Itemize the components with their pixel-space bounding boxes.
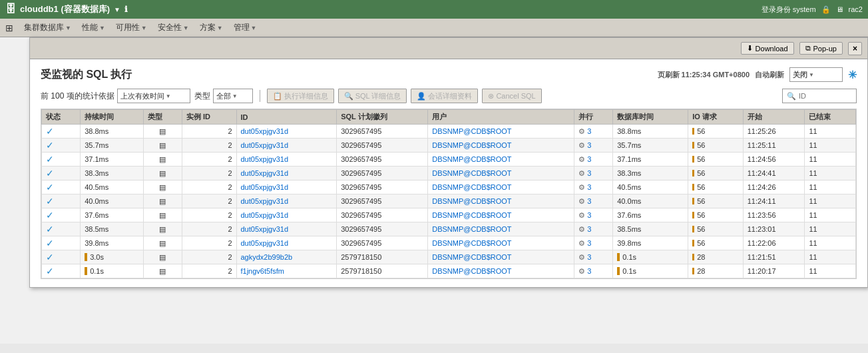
cell-status: ✓ [42,222,81,236]
sql-detail-button[interactable]: 🔍 SQL 详细信息 [338,89,407,103]
section-header: 受监视的 SQL 执行 页刷新 11:25:34 GMT+0800 自动刷新 关… [41,67,857,82]
cell-io: 56 [688,222,744,236]
info-icon[interactable]: ℹ [124,5,128,14]
table-row[interactable]: ✓ 0.1s ▤ 2 f1jngv6t5fsfm 2579718150 DBSN… [42,264,856,278]
cell-user: DBSNMP@CDB$ROOT [428,264,574,278]
cell-user: DBSNMP@CDB$ROOT [428,194,574,208]
cell-user: DBSNMP@CDB$ROOT [428,208,574,222]
cell-user: DBSNMP@CDB$ROOT [428,153,574,167]
cell-parallel: ⚙ 3 [574,194,613,208]
auto-refresh-label: 自动刷新 [755,70,784,80]
table-row[interactable]: ✓ 39.8ms ▤ 2 dut05xpjgv31d 3029657495 DB… [42,236,856,250]
table-row[interactable]: ✓ 38.8ms ▤ 2 dut05xpjgv31d 3029657495 DB… [42,125,856,139]
cell-instance: 2 [182,236,236,250]
cell-end: 11 [805,194,856,208]
popup-icon: ⧉ [805,44,811,53]
cell-plan: 3029657495 [337,139,428,153]
close-button[interactable]: × [848,42,862,55]
cell-type: ▤ [143,194,182,208]
type-select[interactable]: 全部 ▼ [213,89,253,103]
cell-io: 56 [688,236,744,250]
nav-arrow: ▼ [141,25,147,31]
cell-instance: 2 [182,194,236,208]
nav-item-security[interactable]: 安全性 ▼ [158,22,189,33]
cell-end: 11 [805,222,856,236]
nav-item-availability[interactable]: 可用性 ▼ [116,22,147,33]
cell-io: 56 [688,125,744,139]
refresh-info: 页刷新 11:25:34 GMT+0800 [658,70,750,80]
select-arrow-icon: ▼ [809,72,814,78]
table-row[interactable]: ✓ 35.7ms ▤ 2 dut05xpjgv31d 3029657495 DB… [42,139,856,153]
cell-status: ✓ [42,194,81,208]
search-box[interactable]: 🔍 [782,89,857,103]
cell-duration: 40.5ms [81,180,144,194]
cell-id: dut05xpjgv31d [236,125,337,139]
data-table: 状态 持续时间 类型 实例 ID ID SQL 计划徽列 用户 并行 数据库时间… [41,109,856,278]
cell-status: ✓ [42,153,81,167]
time-select[interactable]: 上次有效时间 ▼ [117,89,190,103]
nav-arrow: ▼ [65,25,71,31]
nav-bar: ⊞ 集群数据库 ▼ 性能 ▼ 可用性 ▼ 安全性 ▼ 方案 ▼ 管理 ▼ [0,19,868,37]
session-detail-button[interactable]: 👤 会话详细资料 [411,89,478,103]
cell-parallel: ⚙ 3 [574,250,613,264]
auto-refresh-select[interactable]: 关闭 ▼ [789,67,843,82]
popup-button[interactable]: ⧉ Pop-up [799,42,843,55]
search-icon: 🔍 [787,92,796,101]
cell-type: ▤ [143,125,182,139]
cell-plan: 3029657495 [337,208,428,222]
cell-start: 11:20:17 [743,264,805,278]
refresh-spin-icon[interactable]: ✳ [848,69,857,81]
table-row[interactable]: ✓ 37.1ms ▤ 2 dut05xpjgv31d 3029657495 DB… [42,153,856,167]
cell-dbtime: 0.1s [613,264,688,278]
cell-user: DBSNMP@CDB$ROOT [428,236,574,250]
lock-icon: 🔒 [821,5,831,14]
refresh-area: 页刷新 11:25:34 GMT+0800 自动刷新 关闭 ▼ ✳ [658,67,857,82]
cell-start: 11:24:26 [743,180,805,194]
table-row[interactable]: ✓ 3.0s ▤ 2 agkydx2b99b2b 2579718150 DBSN… [42,250,856,264]
cell-duration: 38.5ms [81,222,144,236]
nav-item-admin[interactable]: 管理 ▼ [234,22,257,33]
cell-io: 28 [688,264,744,278]
cancel-sql-button[interactable]: ⊗ Cancel SQL [482,89,541,103]
cell-duration: 0.1s [81,264,144,278]
cell-user: DBSNMP@CDB$ROOT [428,167,574,180]
nav-item-performance[interactable]: 性能 ▼ [82,22,105,33]
cell-parallel: ⚙ 3 [574,180,613,194]
toolbar: 前 100 项的统计依据 上次有效时间 ▼ 类型 全部 ▼ 📋 [41,89,857,103]
data-table-container: 状态 持续时间 类型 实例 ID ID SQL 计划徽列 用户 并行 数据库时间… [41,109,857,279]
cell-end: 11 [805,125,856,139]
cell-plan: 3029657495 [337,180,428,194]
table-row[interactable]: ✓ 40.5ms ▤ 2 dut05xpjgv31d 3029657495 DB… [42,180,856,194]
cell-io: 56 [688,180,744,194]
nav-item-cluster[interactable]: 集群数据库 ▼ [24,22,71,33]
table-row[interactable]: ✓ 38.3ms ▤ 2 dut05xpjgv31d 3029657495 DB… [42,167,856,180]
cell-start: 11:24:56 [743,153,805,167]
cell-end: 11 [805,153,856,167]
table-scroll[interactable]: 状态 持续时间 类型 实例 ID ID SQL 计划徽列 用户 并行 数据库时间… [41,109,856,278]
table-row[interactable]: ✓ 38.5ms ▤ 2 dut05xpjgv31d 3029657495 DB… [42,222,856,236]
table-row[interactable]: ✓ 37.6ms ▤ 2 dut05xpjgv31d 3029657495 DB… [42,208,856,222]
cell-plan: 3029657495 [337,222,428,236]
cell-type: ▤ [143,139,182,153]
col-header-type: 类型 [143,110,182,125]
cell-type: ▤ [143,153,182,167]
cell-dbtime: 38.5ms [613,222,688,236]
cell-instance: 2 [182,167,236,180]
cell-type: ▤ [143,222,182,236]
popup-header: ⬇ Download ⧉ Pop-up × [30,38,867,59]
cell-parallel: ⚙ 3 [574,208,613,222]
dropdown-icon[interactable]: ▼ [114,6,120,13]
exec-detail-button[interactable]: 📋 执行详细信息 [267,89,334,103]
col-header-id: ID [236,110,337,125]
cell-id: dut05xpjgv31d [236,208,337,222]
sql-detail-icon: 🔍 [344,92,353,101]
nav-item-schema[interactable]: 方案 ▼ [200,22,223,33]
search-input[interactable] [799,92,852,100]
cell-dbtime: 39.8ms [613,236,688,250]
cell-plan: 3029657495 [337,125,428,139]
download-button[interactable]: ⬇ Download [741,42,794,55]
table-row[interactable]: ✓ 40.0ms ▤ 2 dut05xpjgv31d 3029657495 DB… [42,194,856,208]
cell-parallel: ⚙ 3 [574,125,613,139]
app-title-area: 🗄 clouddb1 (容器数据库) ▼ ℹ [5,3,128,15]
cell-io: 56 [688,139,744,153]
